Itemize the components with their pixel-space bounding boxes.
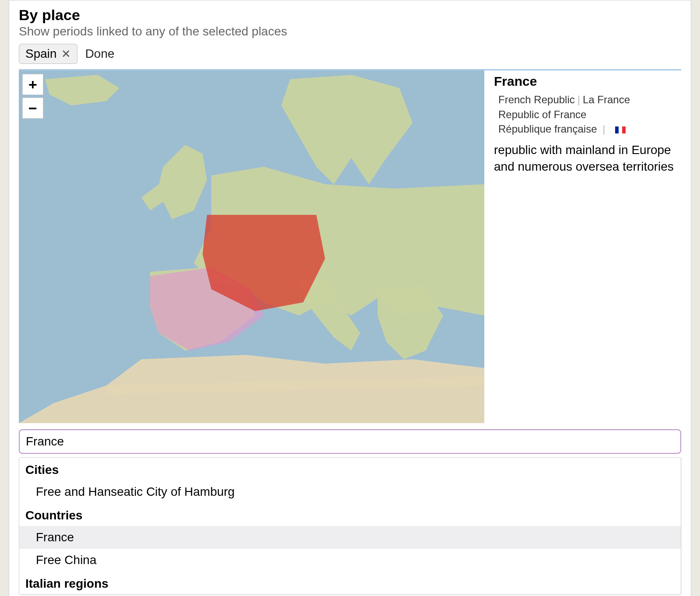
place-search-input[interactable] [19, 429, 681, 454]
chip-label: Spain [25, 47, 57, 61]
suggest-item-hamburg[interactable]: Free and Hanseatic City of Hamburg [19, 480, 681, 503]
by-place-panel: By place Show periods linked to any of t… [9, 0, 691, 596]
france-flag-icon [615, 126, 626, 133]
suggest-group-italian-regions: Italian regions [19, 571, 681, 594]
zoom-in-button[interactable]: + [22, 74, 43, 95]
done-button[interactable]: Done [85, 47, 115, 61]
alias-separator: | [602, 123, 605, 135]
suggestions-panel: Cities Free and Hanseatic City of Hambur… [19, 457, 681, 595]
suggest-group-cities: Cities [19, 458, 681, 480]
close-icon[interactable]: ✕ [61, 47, 71, 61]
zoom-out-button[interactable]: − [22, 98, 43, 119]
suggest-item-france[interactable]: France [19, 526, 681, 549]
alias-separator: | [578, 94, 580, 105]
suggest-group-countries: Countries [19, 503, 681, 526]
alias: French Republic [498, 94, 575, 105]
alias: La France [583, 94, 630, 105]
alias: République française [498, 123, 597, 135]
place-detail: France French Republic|La France Republi… [494, 70, 681, 423]
detail-description: republic with mainland in Europe and num… [494, 142, 681, 175]
map-svg [19, 70, 484, 423]
map-viewport[interactable]: + − [19, 70, 484, 423]
place-chip-spain[interactable]: Spain ✕ [19, 44, 77, 64]
panel-subtitle: Show periods linked to any of the select… [19, 25, 681, 39]
panel-title: By place [19, 7, 681, 24]
alias: Republic of France [498, 109, 586, 120]
detail-aliases: French Republic|La France Republic of Fr… [494, 92, 681, 137]
detail-title: France [494, 74, 681, 89]
selected-places-row: Spain ✕ Done [19, 44, 681, 64]
suggest-item-free-china[interactable]: Free China [19, 549, 681, 571]
